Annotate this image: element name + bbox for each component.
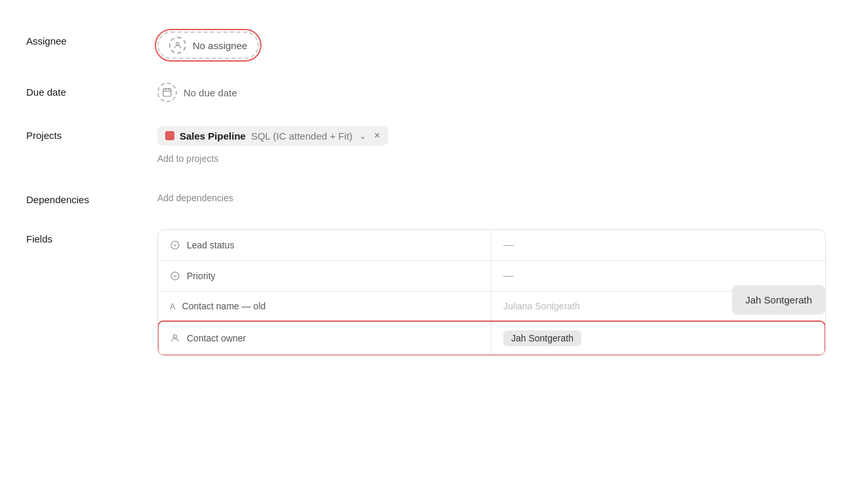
chevron-down-icon[interactable]: ⌄ [359,131,366,141]
projects-value: Sales Pipeline SQL (IC attended + Fit) ⌄… [157,126,826,166]
due-date-label: Due date [26,83,131,98]
assignee-button[interactable]: No assignee [157,31,259,59]
field-row-priority: Priority — [158,261,825,292]
priority-chevron-circle-icon [170,271,180,281]
chevron-circle-icon [170,240,180,250]
contact-name-old-field-name: Contact name — old [182,301,266,311]
add-to-projects-button[interactable]: Add to projects [157,151,218,166]
fields-label: Fields [26,229,131,244]
field-row-contact-owner: Contact owner Jah Sontgerath [158,321,825,355]
svg-point-7 [173,335,176,338]
contact-name-old-value-cell[interactable]: Juliana Sontgerath Jah Sontgerath [492,292,825,320]
dependencies-value: Add dependencies [157,190,826,206]
no-assignee-text: No assignee [193,40,247,51]
person-icon [170,333,180,343]
contact-owner-value-cell[interactable]: Jah Sontgerath [492,321,825,355]
projects-row: Projects Sales Pipeline SQL (IC attended… [26,114,826,178]
project-stage: SQL (IC attended + Fit) [251,130,353,142]
field-row-lead-status: Lead status — [158,230,825,261]
calendar-icon [157,83,177,102]
fields-table: Lead status — Priority [157,229,826,356]
due-date-button[interactable]: No due date [157,83,237,102]
close-icon[interactable]: × [374,130,380,142]
tooltip-text: Jah Sontgerath [745,294,812,305]
contact-owner-value: Jah Sontgerath [503,330,581,346]
fields-value: Lead status — Priority [157,229,826,356]
projects-label: Projects [26,126,131,141]
svg-point-6 [171,272,179,280]
project-tag[interactable]: Sales Pipeline SQL (IC attended + Fit) ⌄… [157,126,388,145]
assignee-label: Assignee [26,31,131,47]
project-name: Sales Pipeline [180,130,246,142]
no-due-date-text: No due date [184,87,237,98]
project-color-dot [165,131,174,140]
lead-status-field-name: Lead status [187,240,234,250]
priority-name-cell[interactable]: Priority [158,261,492,291]
assignee-value: No assignee [157,31,826,59]
assignee-row: Assignee No assignee [26,20,826,71]
contact-name-old-name-cell[interactable]: A Contact name — old [158,292,492,320]
dependencies-label: Dependencies [26,190,131,205]
lead-status-value-cell[interactable]: — [492,230,825,260]
contact-owner-field-name: Contact owner [187,333,246,343]
dependencies-row: Dependencies Add dependencies [26,178,826,218]
priority-field-name: Priority [187,271,216,281]
add-dependencies-button[interactable]: Add dependencies [157,190,233,206]
fields-row: Fields Lead status — [26,218,826,368]
due-date-row: Due date No due date [26,71,826,114]
svg-point-0 [176,42,180,45]
contact-owner-name-cell[interactable]: Contact owner [158,321,492,355]
svg-point-5 [171,241,179,249]
text-a-icon: A [170,301,176,311]
tooltip-overlay: Jah Sontgerath [732,285,825,315]
due-date-value: No due date [157,83,826,102]
lead-status-value: — [503,239,514,251]
assignee-icon [169,37,186,54]
contact-name-old-value: Juliana Sontgerath [503,301,580,311]
lead-status-name-cell[interactable]: Lead status [158,230,492,260]
svg-rect-1 [163,89,171,96]
priority-value: — [503,270,514,282]
field-row-contact-name-old: A Contact name — old Juliana Sontgerath … [158,292,825,321]
